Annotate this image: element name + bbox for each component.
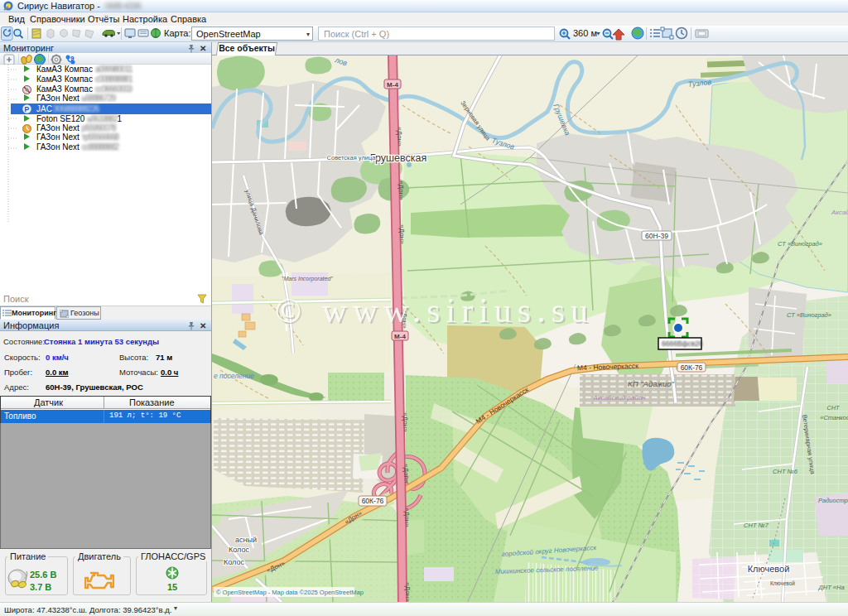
svg-text:360 м: 360 м [573, 28, 597, 38]
svg-text:Грушевская: Грушевская [370, 152, 426, 164]
svg-text:ДНТ «На: ДНТ «На [817, 584, 844, 591]
svg-text:КП "Адажио": КП "Адажио" [628, 379, 674, 388]
svg-text:«Дон»: «Дон» [398, 224, 406, 244]
svg-text:60К-76: 60К-76 [362, 497, 384, 505]
svg-text:«Дон»: «Дон» [398, 180, 405, 200]
svg-text:Аксайский район: Аксайский район [592, 394, 646, 402]
svg-text:асный: асный [235, 536, 257, 544]
svg-text:© www.sirius.su: © www.sirius.su [275, 291, 594, 330]
svg-text:"Mars Incorporated": "Mars Incorporated" [282, 276, 333, 282]
svg-text:Ключевой: Ключевой [770, 580, 795, 586]
svg-text:Радиостро: Радиостро [818, 497, 848, 504]
svg-text:СТ «Виноград»: СТ «Виноград» [778, 240, 822, 248]
svg-text:е поселение: е поселение [214, 372, 254, 380]
svg-text:Ключевой: Ключевой [748, 564, 790, 574]
svg-text:Колос: Колос [224, 558, 244, 566]
svg-text:СНТ: СНТ [826, 404, 841, 411]
svg-text:«Дон»: «Дон» [403, 508, 411, 527]
svg-text:«Дон»: «Дон» [404, 582, 412, 602]
svg-text:«Станкос: «Станкос [820, 414, 848, 421]
svg-text:Аксайск: Аксайск [831, 209, 848, 216]
svg-text:«Дон»: «Дон» [402, 412, 409, 432]
svg-text:СТ «Виноград»: СТ «Виноград» [787, 311, 831, 319]
svg-text:«Дон»: «Дон» [402, 464, 410, 484]
svg-text:М-4: М-4 [394, 333, 406, 340]
svg-text:© OpenStreetMap - Map data ©20: © OpenStreetMap - Map data ©2025 OpenStr… [216, 589, 364, 596]
svg-text:60К-76: 60К-76 [681, 363, 703, 372]
svg-text:М-4: М-4 [387, 81, 398, 89]
svg-text:СНТ №7: СНТ №7 [744, 522, 769, 529]
svg-text:«Дон»: «Дон» [396, 127, 403, 147]
svg-text:P: P [25, 105, 30, 113]
svg-text:Колос: Колос [229, 546, 249, 554]
svg-text:9: 9 [70, 55, 75, 62]
svg-text:6666Вфсв26: 6666Вфсв26 [662, 339, 703, 348]
svg-text:60Н-39: 60Н-39 [645, 232, 668, 240]
svg-text:СНТ №6: СНТ №6 [773, 468, 798, 475]
svg-text:Советская улица: Советская улица [327, 154, 377, 161]
